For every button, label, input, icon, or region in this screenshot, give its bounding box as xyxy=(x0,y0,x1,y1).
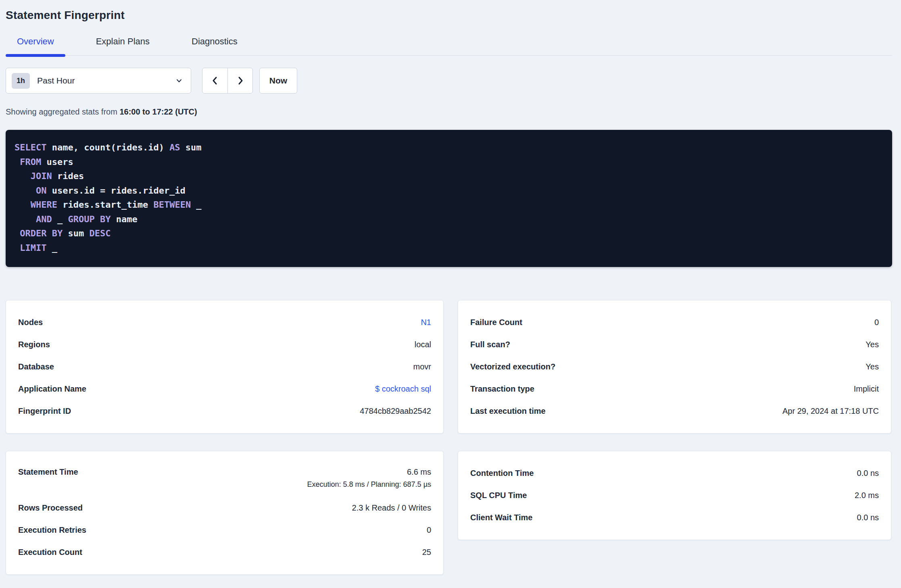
row-subvalue: Execution: 5.8 ms / Planning: 687.5 µs xyxy=(307,480,431,489)
chevron-left-icon xyxy=(211,76,219,85)
row-value: 2.3 k Reads / 0 Writes xyxy=(352,503,431,513)
row-label: Rows Processed xyxy=(18,503,83,513)
info-row-transaction-type: Transaction type Implicit xyxy=(470,378,879,400)
stats-cards-grid: Nodes N1 Regions local Database movr App… xyxy=(6,300,892,575)
stats-caption-prefix: Showing aggregated stats from xyxy=(6,107,119,116)
chevron-down-icon xyxy=(175,77,183,84)
sql-keyword: GROUP BY xyxy=(68,214,111,224)
nodes-link[interactable]: N1 xyxy=(421,318,431,327)
row-value: Implicit xyxy=(854,384,879,394)
row-label: SQL CPU Time xyxy=(470,491,527,500)
row-label: Failure Count xyxy=(470,318,522,327)
row-label: Client Wait Time xyxy=(470,513,532,522)
row-label: Nodes xyxy=(18,318,43,327)
row-label: Regions xyxy=(18,340,50,349)
time-range-badge: 1h xyxy=(12,73,30,89)
sql-token xyxy=(15,214,36,224)
sql-line: ON users.id = rides.rider_id xyxy=(15,183,883,198)
sql-token: _ xyxy=(46,243,57,253)
info-row-failure-count: Failure Count 0 xyxy=(470,311,879,334)
sql-line: LIMIT _ xyxy=(15,241,883,255)
info-row-nodes: Nodes N1 xyxy=(18,311,431,334)
row-label: Statement Time xyxy=(18,467,78,477)
tab-bar: Overview Explain Plans Diagnostics xyxy=(6,36,892,56)
row-value: 6.6 ms xyxy=(407,467,431,477)
sql-line: AND _ GROUP BY name xyxy=(15,212,883,227)
info-row-full-scan: Full scan? Yes xyxy=(470,334,879,356)
sql-token xyxy=(15,243,20,253)
time-range-dropdown[interactable]: 1h Past Hour xyxy=(6,68,191,94)
row-value: 25 xyxy=(422,548,431,557)
page-title: Statement Fingerprint xyxy=(6,9,892,22)
row-value: 2.0 ms xyxy=(855,491,879,500)
info-row-fingerprint-id: Fingerprint ID 4784cb829aab2542 xyxy=(18,400,431,422)
row-label: Fingerprint ID xyxy=(18,407,71,416)
sql-keyword: DESC xyxy=(89,228,111,238)
sql-token: rides xyxy=(52,171,84,181)
sql-token xyxy=(15,171,31,181)
info-row-rows-processed: Rows Processed 2.3 k Reads / 0 Writes xyxy=(18,497,431,519)
time-interval-arrows xyxy=(202,68,253,94)
row-label: Vectorized execution? xyxy=(470,362,555,371)
card-execution-attributes: Failure Count 0 Full scan? Yes Vectorize… xyxy=(458,300,891,434)
row-value: local xyxy=(415,340,431,349)
info-row-application-name: Application Name $ cockroach sql xyxy=(18,378,431,400)
time-controls: 1h Past Hour Now xyxy=(6,68,892,94)
stats-caption: Showing aggregated stats from 16:00 to 1… xyxy=(6,107,892,117)
card-statement-times: Statement Time 6.6 ms Execution: 5.8 ms … xyxy=(6,451,444,575)
sql-line: JOIN rides xyxy=(15,169,883,183)
sql-token: users xyxy=(41,157,73,167)
tab-overview[interactable]: Overview xyxy=(6,36,65,55)
stats-caption-range: 16:00 to 17:22 (UTC) xyxy=(119,107,197,116)
sql-token: rides.start_time xyxy=(57,200,153,210)
row-value: Apr 29, 2024 at 17:18 UTC xyxy=(782,407,879,416)
sql-keyword: ORDER BY xyxy=(20,228,63,238)
sql-token: name, count(rides.id) xyxy=(46,142,169,152)
info-row-contention-time: Contention Time 0.0 ns xyxy=(470,462,879,484)
row-label: Database xyxy=(18,362,54,371)
sql-line: WHERE rides.start_time BETWEEN _ xyxy=(15,198,883,212)
sql-keyword: AND xyxy=(36,214,52,224)
row-label: Execution Retries xyxy=(18,525,86,535)
card-wait-times: Contention Time 0.0 ns SQL CPU Time 2.0 … xyxy=(458,451,891,540)
application-name-link[interactable]: $ cockroach sql xyxy=(375,384,431,394)
sql-token: sum xyxy=(180,142,202,152)
tab-diagnostics[interactable]: Diagnostics xyxy=(180,36,249,55)
info-row-regions: Regions local xyxy=(18,334,431,356)
sql-token xyxy=(15,200,31,210)
statement-fingerprint-page: Statement Fingerprint Overview Explain P… xyxy=(0,0,901,575)
sql-token xyxy=(15,186,36,196)
sql-token: sum xyxy=(63,228,89,238)
sql-token: _ xyxy=(52,214,68,224)
row-label: Transaction type xyxy=(470,384,534,394)
info-row-execution-retries: Execution Retries 0 xyxy=(18,519,431,541)
now-button[interactable]: Now xyxy=(259,68,297,94)
tab-explain-plans[interactable]: Explain Plans xyxy=(85,36,161,55)
info-row-vectorized-execution: Vectorized execution? Yes xyxy=(470,356,879,378)
card-statement-details: Nodes N1 Regions local Database movr App… xyxy=(6,300,444,434)
time-range-label: Past Hour xyxy=(37,76,175,85)
sql-token xyxy=(15,228,20,238)
sql-line: ORDER BY sum DESC xyxy=(15,226,883,241)
sql-statement-box: SELECT name, count(rides.id) AS sum FROM… xyxy=(6,130,892,267)
sql-token: _ xyxy=(191,200,202,210)
row-value: 0 xyxy=(874,318,879,327)
sql-keyword: JOIN xyxy=(31,171,52,181)
sql-line: SELECT name, count(rides.id) AS sum xyxy=(15,140,883,155)
row-value: 0.0 ns xyxy=(857,469,879,478)
info-row-execution-count: Execution Count 25 xyxy=(18,541,431,563)
prev-time-interval-button[interactable] xyxy=(202,68,227,93)
sql-keyword: SELECT xyxy=(15,142,46,152)
sql-keyword: AS xyxy=(169,142,180,152)
sql-keyword: FROM xyxy=(20,157,41,167)
row-label: Last execution time xyxy=(470,407,546,416)
row-label: Application Name xyxy=(18,384,86,394)
row-label: Contention Time xyxy=(470,469,534,478)
sql-token: name xyxy=(111,214,137,224)
sql-line: FROM users xyxy=(15,155,883,169)
sql-keyword: ON xyxy=(36,186,47,196)
row-value: 0.0 ns xyxy=(857,513,879,522)
row-label: Full scan? xyxy=(470,340,510,349)
next-time-interval-button[interactable] xyxy=(227,68,252,93)
row-value: movr xyxy=(413,362,431,371)
